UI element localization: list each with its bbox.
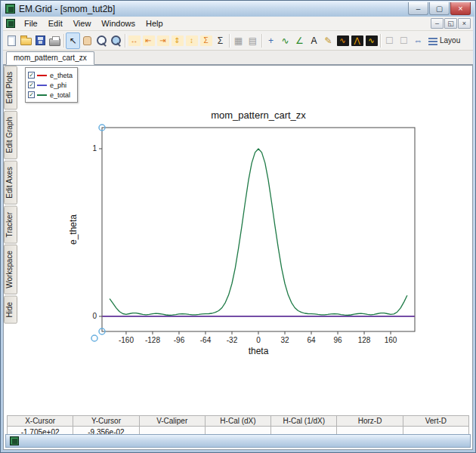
select-tool-button[interactable]: ↖: [66, 32, 80, 49]
plot-frame: [102, 128, 415, 331]
window-title: EM.Grid - [smom_tut2b]: [19, 4, 407, 14]
legend-box[interactable]: ✓e_theta✓e_phi✓e_total: [25, 67, 78, 103]
menu-file[interactable]: File: [19, 17, 43, 29]
fit-height-icon: ⇕: [172, 35, 184, 46]
fit-page-button[interactable]: ↕: [184, 32, 199, 49]
toolbar: ↖↔⇤⇥⇕↕ΣΣ▦▤+∿∠A✎∿⋀∿☐☐⇔Layou: [3, 31, 473, 51]
menu-view[interactable]: View: [68, 17, 97, 29]
layout-button-label: Layou: [440, 36, 460, 45]
chart-title: mom_pattern_cart_zx: [211, 109, 306, 121]
sync-axes-button[interactable]: ⇔: [411, 32, 425, 49]
mdi-client-area: Edit PlotsEdit GraphEdit AxesTrackerWork…: [3, 65, 473, 450]
menu-bar: FileEditViewWindowsHelp – ◱ ×: [3, 17, 473, 31]
scroll-left-button[interactable]: ⇤: [141, 32, 156, 49]
select-tool-icon: ↖: [69, 36, 76, 45]
smooth-button[interactable]: ∿: [278, 32, 292, 49]
side-tab-edit-plots[interactable]: Edit Plots: [4, 66, 17, 109]
minimized-window-bar[interactable]: [5, 434, 471, 448]
x-tick-label: -64: [200, 336, 212, 344]
sum-button[interactable]: Σ: [213, 32, 227, 49]
plot-area[interactable]: ✓e_theta✓e_phi✓e_total -160-128-96-64-32…: [17, 66, 472, 407]
side-tab-hide[interactable]: Hide: [4, 296, 17, 324]
legend-line-sample: [37, 85, 47, 86]
zoom-in-button[interactable]: [94, 32, 109, 49]
legend-line-sample: [37, 75, 47, 76]
legend-item-e_total: ✓e_total: [28, 90, 73, 100]
side-tab-tracker[interactable]: Tracker: [4, 206, 17, 244]
tab-mom-pattern-cart-zx[interactable]: mom_pattern_cart_zx: [6, 51, 94, 65]
chart-svg[interactable]: -160-128-96-64-32032649612816001mom_patt…: [17, 66, 475, 398]
grid-toggle-button[interactable]: ▦: [231, 32, 246, 49]
add-marker-button[interactable]: +: [264, 32, 278, 49]
overlay-1-button[interactable]: ☐: [382, 32, 397, 49]
window-fn-button[interactable]: ⋀: [350, 32, 364, 49]
scroll-right-button[interactable]: ⇥: [156, 32, 170, 49]
mdi-minimize-button[interactable]: –: [431, 18, 444, 29]
spectrum-button[interactable]: ∿: [364, 32, 379, 49]
y-tick-label: 1: [92, 144, 97, 153]
grid-toggle-icon: ▦: [234, 36, 243, 45]
legend-checkbox-e_total[interactable]: ✓: [28, 91, 35, 98]
sync-axes-icon: ⇔: [414, 36, 423, 45]
x-tick-label: 160: [385, 336, 397, 344]
x-tick-label: -32: [227, 336, 238, 344]
side-tab-edit-axes[interactable]: Edit Axes: [4, 161, 17, 205]
readout-column-4: H-Cal (1/dX): [271, 415, 337, 427]
pan-tool-button[interactable]: [80, 32, 94, 49]
pan-tool-icon: [83, 36, 91, 45]
save-button[interactable]: [33, 32, 48, 49]
open-button[interactable]: [19, 32, 33, 49]
legend-checkbox-e_phi[interactable]: ✓: [28, 82, 35, 88]
fft-button[interactable]: ∿: [335, 32, 350, 49]
legend-label: e_theta: [50, 72, 73, 79]
overlay-2-icon: ☐: [400, 36, 408, 45]
menu-windows[interactable]: Windows: [96, 17, 141, 29]
maximize-button[interactable]: ▢: [429, 2, 450, 15]
legend-line-sample: [37, 94, 47, 96]
close-button[interactable]: ×: [450, 2, 471, 15]
zoom-window-button[interactable]: [109, 32, 123, 49]
fit-width-icon: ↔: [128, 35, 141, 46]
legend-item-e_phi: ✓e_phi: [28, 80, 73, 90]
data-table-icon: ▤: [249, 36, 257, 45]
window-controls: – ▢ ×: [407, 2, 471, 15]
side-tabs: Edit PlotsEdit GraphEdit AxesTrackerWork…: [4, 66, 17, 324]
fit-height-button[interactable]: ⇕: [170, 32, 184, 49]
toolbar-separator: [63, 34, 64, 48]
print-icon: [49, 39, 60, 46]
slope-button[interactable]: ∠: [292, 32, 307, 49]
x-tick-label: -128: [145, 336, 160, 344]
legend-label: e_phi: [50, 82, 66, 89]
document-icon[interactable]: [6, 19, 15, 28]
legend-checkbox-e_theta[interactable]: ✓: [28, 72, 35, 79]
fit-width-button[interactable]: ↔: [127, 32, 141, 49]
new-document-button[interactable]: [5, 32, 19, 49]
overlay-1-icon: ☐: [385, 36, 394, 45]
y-tick-label: 0: [92, 312, 97, 320]
app-window: EM.Grid - [smom_tut2b] – ▢ × FileEditVie…: [0, 0, 476, 453]
layout-button[interactable]: Layou: [425, 32, 463, 49]
data-table-button[interactable]: ▤: [246, 32, 260, 49]
mdi-close-button[interactable]: ×: [458, 18, 471, 29]
toolbar-separator: [229, 34, 230, 48]
side-tab-edit-graph[interactable]: Edit Graph: [4, 111, 17, 159]
minimize-button[interactable]: –: [408, 2, 428, 15]
side-tab-workspace[interactable]: Workspace: [4, 245, 17, 294]
autoscale-button[interactable]: Σ: [199, 32, 213, 49]
open-icon: [20, 38, 32, 45]
annotate-button[interactable]: ✎: [321, 32, 335, 49]
smooth-icon: ∿: [281, 36, 289, 45]
menu-edit[interactable]: Edit: [43, 17, 68, 29]
menu-help[interactable]: Help: [141, 17, 168, 29]
text-label-button[interactable]: A: [307, 32, 321, 49]
x-tick-label: 0: [256, 336, 261, 344]
tracker-handle[interactable]: [91, 335, 97, 341]
scroll-right-icon: ⇥: [157, 35, 169, 46]
document-tab-bar: mom_pattern_cart_zx: [3, 51, 473, 65]
readout-column-3: H-Cal (dX): [206, 415, 271, 427]
overlay-2-button[interactable]: ☐: [397, 32, 411, 49]
title-bar[interactable]: EM.Grid - [smom_tut2b] – ▢ ×: [2, 1, 474, 17]
mdi-restore-button[interactable]: ◱: [444, 18, 457, 29]
print-button[interactable]: [48, 32, 62, 49]
slope-icon: ∠: [295, 36, 304, 45]
